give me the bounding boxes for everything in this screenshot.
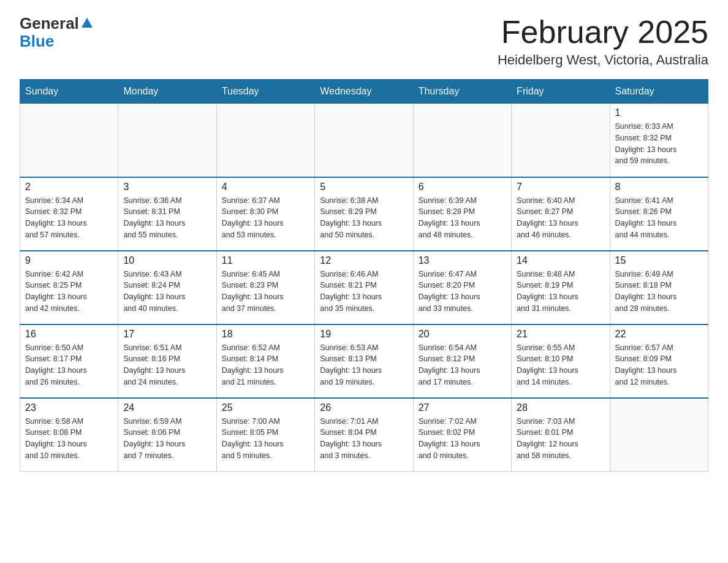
day-number: 26 [320, 402, 408, 413]
header-wednesday: Wednesday [315, 80, 413, 104]
calendar-cell: 19Sunrise: 6:53 AM Sunset: 8:13 PM Dayli… [315, 324, 413, 398]
day-info: Sunrise: 6:45 AM Sunset: 8:23 PM Dayligh… [222, 269, 309, 315]
calendar-table: SundayMondayTuesdayWednesdayThursdayFrid… [20, 79, 708, 472]
calendar-cell: 28Sunrise: 7:03 AM Sunset: 8:01 PM Dayli… [512, 398, 610, 472]
week-row-4: 16Sunrise: 6:50 AM Sunset: 8:17 PM Dayli… [20, 324, 708, 398]
day-info: Sunrise: 7:03 AM Sunset: 8:01 PM Dayligh… [517, 416, 604, 462]
week-row-2: 2Sunrise: 6:34 AM Sunset: 8:32 PM Daylig… [20, 177, 708, 251]
week-row-3: 9Sunrise: 6:42 AM Sunset: 8:25 PM Daylig… [20, 251, 708, 324]
day-info: Sunrise: 6:43 AM Sunset: 8:24 PM Dayligh… [123, 269, 211, 315]
day-number: 9 [25, 255, 113, 266]
day-number: 16 [25, 329, 113, 340]
day-number: 4 [222, 182, 309, 193]
day-number: 8 [615, 182, 703, 193]
calendar-cell: 3Sunrise: 6:36 AM Sunset: 8:31 PM Daylig… [118, 177, 216, 251]
day-number: 5 [320, 182, 408, 193]
day-number: 3 [123, 182, 211, 193]
day-info: Sunrise: 6:41 AM Sunset: 8:26 PM Dayligh… [615, 195, 703, 241]
header-row: SundayMondayTuesdayWednesdayThursdayFrid… [20, 80, 708, 104]
calendar-cell: 27Sunrise: 7:02 AM Sunset: 8:02 PM Dayli… [413, 398, 511, 472]
day-info: Sunrise: 6:58 AM Sunset: 8:08 PM Dayligh… [25, 416, 113, 462]
logo-blue-text: Blue [20, 32, 54, 50]
title-section: February 2025 Heidelberg West, Victoria,… [498, 15, 708, 68]
day-number: 7 [517, 182, 604, 193]
day-info: Sunrise: 6:36 AM Sunset: 8:31 PM Dayligh… [123, 195, 211, 241]
day-number: 27 [419, 402, 506, 413]
day-number: 18 [222, 329, 309, 340]
calendar-subtitle: Heidelberg West, Victoria, Australia [498, 52, 708, 68]
header-friday: Friday [512, 80, 610, 104]
week-row-5: 23Sunrise: 6:58 AM Sunset: 8:08 PM Dayli… [20, 398, 708, 472]
calendar-cell [512, 104, 610, 177]
day-info: Sunrise: 6:54 AM Sunset: 8:12 PM Dayligh… [419, 342, 506, 388]
logo: General Blue [20, 15, 94, 50]
day-info: Sunrise: 6:48 AM Sunset: 8:19 PM Dayligh… [517, 269, 604, 315]
day-number: 19 [320, 329, 408, 340]
calendar-cell: 13Sunrise: 6:47 AM Sunset: 8:20 PM Dayli… [413, 251, 511, 324]
day-number: 11 [222, 255, 309, 266]
day-info: Sunrise: 6:38 AM Sunset: 8:29 PM Dayligh… [320, 195, 408, 241]
calendar-title: February 2025 [498, 15, 708, 50]
calendar-cell [20, 104, 118, 177]
header-thursday: Thursday [413, 80, 511, 104]
day-info: Sunrise: 7:01 AM Sunset: 8:04 PM Dayligh… [320, 416, 408, 462]
day-info: Sunrise: 6:57 AM Sunset: 8:09 PM Dayligh… [615, 342, 703, 388]
day-info: Sunrise: 6:55 AM Sunset: 8:10 PM Dayligh… [517, 342, 604, 388]
day-number: 10 [123, 255, 211, 266]
day-info: Sunrise: 7:02 AM Sunset: 8:02 PM Dayligh… [419, 416, 506, 462]
calendar-cell: 23Sunrise: 6:58 AM Sunset: 8:08 PM Dayli… [20, 398, 118, 472]
calendar-cell: 17Sunrise: 6:51 AM Sunset: 8:16 PM Dayli… [118, 324, 216, 398]
logo-general-text: General [20, 15, 79, 33]
calendar-cell: 1Sunrise: 6:33 AM Sunset: 8:32 PM Daylig… [610, 104, 708, 177]
day-number: 24 [123, 402, 211, 413]
day-number: 13 [419, 255, 506, 266]
page-header: General Blue February 2025 Heidelberg We… [20, 15, 708, 68]
logo-arrow-icon [80, 17, 94, 30]
day-info: Sunrise: 6:47 AM Sunset: 8:20 PM Dayligh… [419, 269, 506, 315]
day-number: 6 [419, 182, 506, 193]
calendar-cell [216, 104, 314, 177]
day-number: 1 [615, 107, 703, 118]
day-number: 23 [25, 402, 113, 413]
calendar-cell: 11Sunrise: 6:45 AM Sunset: 8:23 PM Dayli… [216, 251, 314, 324]
header-tuesday: Tuesday [216, 80, 314, 104]
day-info: Sunrise: 6:33 AM Sunset: 8:32 PM Dayligh… [615, 121, 703, 167]
day-number: 15 [615, 255, 703, 266]
calendar-cell: 14Sunrise: 6:48 AM Sunset: 8:19 PM Dayli… [512, 251, 610, 324]
calendar-cell [118, 104, 216, 177]
calendar-cell: 24Sunrise: 6:59 AM Sunset: 8:06 PM Dayli… [118, 398, 216, 472]
calendar-cell: 21Sunrise: 6:55 AM Sunset: 8:10 PM Dayli… [512, 324, 610, 398]
day-info: Sunrise: 6:51 AM Sunset: 8:16 PM Dayligh… [123, 342, 211, 388]
day-number: 12 [320, 255, 408, 266]
calendar-cell: 16Sunrise: 6:50 AM Sunset: 8:17 PM Dayli… [20, 324, 118, 398]
calendar-cell [315, 104, 413, 177]
calendar-cell: 25Sunrise: 7:00 AM Sunset: 8:05 PM Dayli… [216, 398, 314, 472]
calendar-cell: 18Sunrise: 6:52 AM Sunset: 8:14 PM Dayli… [216, 324, 314, 398]
calendar-cell: 5Sunrise: 6:38 AM Sunset: 8:29 PM Daylig… [315, 177, 413, 251]
day-info: Sunrise: 6:37 AM Sunset: 8:30 PM Dayligh… [222, 195, 309, 241]
day-info: Sunrise: 6:53 AM Sunset: 8:13 PM Dayligh… [320, 342, 408, 388]
day-number: 22 [615, 329, 703, 340]
calendar-cell: 4Sunrise: 6:37 AM Sunset: 8:30 PM Daylig… [216, 177, 314, 251]
day-info: Sunrise: 6:34 AM Sunset: 8:32 PM Dayligh… [25, 195, 113, 241]
calendar-cell: 10Sunrise: 6:43 AM Sunset: 8:24 PM Dayli… [118, 251, 216, 324]
day-info: Sunrise: 6:59 AM Sunset: 8:06 PM Dayligh… [123, 416, 211, 462]
day-info: Sunrise: 6:39 AM Sunset: 8:28 PM Dayligh… [419, 195, 506, 241]
day-number: 28 [517, 402, 604, 413]
calendar-cell: 7Sunrise: 6:40 AM Sunset: 8:27 PM Daylig… [512, 177, 610, 251]
day-info: Sunrise: 7:00 AM Sunset: 8:05 PM Dayligh… [222, 416, 309, 462]
calendar-cell: 20Sunrise: 6:54 AM Sunset: 8:12 PM Dayli… [413, 324, 511, 398]
day-number: 14 [517, 255, 604, 266]
day-info: Sunrise: 6:52 AM Sunset: 8:14 PM Dayligh… [222, 342, 309, 388]
day-number: 2 [25, 182, 113, 193]
day-number: 21 [517, 329, 604, 340]
week-row-1: 1Sunrise: 6:33 AM Sunset: 8:32 PM Daylig… [20, 104, 708, 177]
day-info: Sunrise: 6:42 AM Sunset: 8:25 PM Dayligh… [25, 269, 113, 315]
header-monday: Monday [118, 80, 216, 104]
day-number: 20 [419, 329, 506, 340]
calendar-cell: 6Sunrise: 6:39 AM Sunset: 8:28 PM Daylig… [413, 177, 511, 251]
calendar-cell: 12Sunrise: 6:46 AM Sunset: 8:21 PM Dayli… [315, 251, 413, 324]
calendar-cell: 8Sunrise: 6:41 AM Sunset: 8:26 PM Daylig… [610, 177, 708, 251]
day-info: Sunrise: 6:50 AM Sunset: 8:17 PM Dayligh… [25, 342, 113, 388]
header-saturday: Saturday [610, 80, 708, 104]
